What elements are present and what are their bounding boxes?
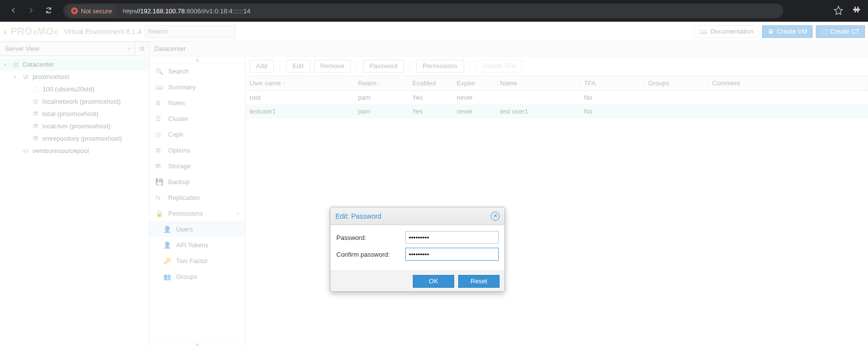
not-secure-label: Not secure bbox=[81, 7, 112, 15]
permissions-button[interactable]: Permissions bbox=[416, 60, 464, 73]
col-enabled[interactable]: Enabled bbox=[408, 76, 453, 90]
tree-host[interactable]: ▾🖳proxmoxhost bbox=[0, 71, 149, 83]
users-panel: Add Edit Remove Password Permissions Unl… bbox=[246, 56, 868, 348]
cell-name bbox=[496, 91, 580, 104]
tree-local-lvm[interactable]: ⛃local-lvm (proxmoxhost) bbox=[0, 120, 149, 132]
nav-replication[interactable]: ⇆Replication bbox=[149, 190, 245, 205]
group-icon: 👥 bbox=[163, 273, 171, 280]
gear-icon: ⚙ bbox=[155, 147, 163, 154]
create-vm-button[interactable]: 🖥 Create VM bbox=[762, 25, 813, 38]
nav-backup[interactable]: 💾Backup bbox=[149, 174, 245, 190]
password-input[interactable] bbox=[405, 231, 499, 244]
extensions-icon[interactable] bbox=[851, 5, 861, 17]
app-header: X PROXMOX Virtual Environment 8.1.4 📖 Do… bbox=[0, 22, 868, 41]
breadcrumb: Datacenter bbox=[149, 41, 868, 56]
reload-icon[interactable] bbox=[44, 6, 53, 16]
nav-search[interactable]: 🔍Search bbox=[149, 63, 245, 79]
col-user[interactable]: User name↑ bbox=[246, 76, 354, 90]
server-view-selector[interactable]: Server View ▾ bbox=[0, 41, 136, 56]
cell-tfa: No bbox=[580, 91, 644, 104]
node-icon: 🖳 bbox=[22, 73, 30, 80]
book-icon: 📖 bbox=[155, 83, 163, 91]
server-view-sidebar: Server View ▾ ⚙ ▾▤Datacenter ▾🖳proxmoxho… bbox=[0, 41, 149, 348]
cell-comment bbox=[708, 91, 868, 104]
tree-network[interactable]: ⊞localnetwork (proxmoxhost) bbox=[0, 95, 149, 108]
vm-icon: ⬚ bbox=[32, 85, 39, 93]
collapse-up-icon[interactable]: ▴ bbox=[149, 56, 245, 63]
dialog-title: Edit: Password bbox=[335, 212, 381, 220]
documentation-label: Documentation bbox=[710, 28, 753, 35]
remove-button[interactable]: Remove bbox=[314, 60, 351, 73]
cell-realm: pam bbox=[354, 105, 408, 118]
reset-button[interactable]: Reset bbox=[458, 275, 500, 288]
replication-icon: ⇆ bbox=[155, 194, 163, 201]
unlock-tfa-button[interactable]: Unlock TFA bbox=[476, 60, 522, 73]
nav-two-factor[interactable]: 🔑Two Factor bbox=[149, 253, 245, 269]
nav-options[interactable]: ⚙Options bbox=[149, 142, 245, 158]
dialog-header[interactable]: Edit: Password ✕ bbox=[330, 207, 505, 225]
tree-vmrepository[interactable]: ⛃vmrepository (proxmoxhost) bbox=[0, 132, 149, 145]
network-icon: ⊞ bbox=[32, 98, 39, 105]
col-tfa[interactable]: TFA bbox=[580, 76, 644, 90]
not-secure-badge[interactable]: ✕ Not secure bbox=[66, 5, 117, 17]
nav-ceph[interactable]: ◎Ceph bbox=[149, 126, 245, 142]
nav-storage[interactable]: ⛃Storage bbox=[149, 158, 245, 174]
tree-local[interactable]: ⛃local (proxmoxhost) bbox=[0, 108, 149, 120]
close-icon[interactable]: ✕ bbox=[491, 212, 500, 221]
edit-password-dialog: Edit: Password ✕ Password: Confirm passw… bbox=[330, 207, 505, 292]
col-expire[interactable]: Expire bbox=[453, 76, 496, 90]
browser-right bbox=[833, 5, 863, 17]
password-button[interactable]: Password bbox=[363, 60, 404, 73]
nav-cluster[interactable]: ☰Cluster bbox=[149, 111, 245, 126]
gear-icon[interactable]: ⚙ bbox=[135, 41, 149, 56]
user-icon: 👤 bbox=[163, 241, 171, 249]
tree-datacenter[interactable]: ▾▤Datacenter bbox=[0, 58, 149, 71]
sort-asc-icon: ↑ bbox=[379, 81, 381, 86]
confirm-password-input[interactable] bbox=[405, 248, 499, 261]
collapse-down-icon[interactable]: ▾ bbox=[149, 341, 245, 348]
forward-icon[interactable] bbox=[27, 6, 36, 16]
cell-user: testuser1 bbox=[246, 105, 354, 118]
col-name[interactable]: Name bbox=[496, 76, 580, 90]
table-row[interactable]: testuser1pamYesnevertest user1No bbox=[246, 105, 868, 118]
users-grid-header: User name↑ Realm↑ Enabled Expire Name TF… bbox=[246, 76, 868, 91]
resource-tree: ▾▤Datacenter ▾🖳proxmoxhost ⬚100 (ubuntu2… bbox=[0, 56, 149, 348]
nav-groups[interactable]: 👥Groups bbox=[149, 269, 245, 284]
col-groups[interactable]: Groups bbox=[644, 76, 708, 90]
cell-comment bbox=[708, 105, 868, 118]
disk-icon: ⛃ bbox=[32, 135, 39, 142]
cell-user: root bbox=[246, 91, 354, 104]
nav-notes[interactable]: 🗎Notes bbox=[149, 95, 245, 111]
col-comment[interactable]: Comment bbox=[708, 76, 868, 90]
back-icon[interactable] bbox=[9, 6, 18, 16]
sort-asc-icon: ↑ bbox=[283, 81, 286, 86]
edit-button[interactable]: Edit bbox=[286, 60, 310, 73]
create-ct-button[interactable]: ⬚ Create CT bbox=[816, 25, 865, 38]
nav-permissions[interactable]: 🔓Permissions▾ bbox=[149, 205, 245, 221]
table-row[interactable]: rootpamYesneverNo bbox=[246, 91, 868, 105]
warning-icon: ✕ bbox=[71, 7, 78, 14]
cell-name: test user1 bbox=[496, 105, 580, 118]
star-icon[interactable] bbox=[833, 5, 843, 17]
add-button[interactable]: Add bbox=[250, 60, 274, 73]
col-realm[interactable]: Realm↑ bbox=[354, 76, 408, 90]
address-bar[interactable]: ✕ Not secure https//192.168.100.78:8006/… bbox=[63, 3, 783, 18]
nav-users[interactable]: 👤Users bbox=[149, 221, 245, 237]
nav-api-tokens[interactable]: 👤API Tokens bbox=[149, 237, 245, 253]
users-grid-body: rootpamYesneverNotestuser1pamYesnevertes… bbox=[246, 91, 868, 118]
unlock-icon: 🔓 bbox=[155, 210, 163, 217]
ok-button[interactable]: OK bbox=[413, 275, 454, 288]
tree-vm[interactable]: ⬚100 (ubuntu20std) bbox=[0, 83, 149, 95]
nav-summary[interactable]: 📖Summary bbox=[149, 79, 245, 95]
documentation-button[interactable]: 📖 Documentation bbox=[694, 25, 759, 38]
cell-enabled: Yes bbox=[408, 105, 453, 118]
tree-pool[interactable]: 🏷vemburesourcepool bbox=[0, 145, 149, 157]
book-icon: 📖 bbox=[699, 28, 707, 35]
config-nav: ▴ 🔍Search 📖Summary 🗎Notes ☰Cluster ◎Ceph… bbox=[149, 56, 246, 348]
key-icon: 🔑 bbox=[163, 257, 171, 265]
brand-label: Virtual Environment 8.1.4 bbox=[64, 28, 142, 36]
ceph-icon: ◎ bbox=[155, 131, 163, 138]
global-search-input[interactable] bbox=[145, 25, 236, 38]
disk-icon: ⛃ bbox=[32, 110, 39, 117]
cube-icon: ⬚ bbox=[821, 28, 827, 35]
